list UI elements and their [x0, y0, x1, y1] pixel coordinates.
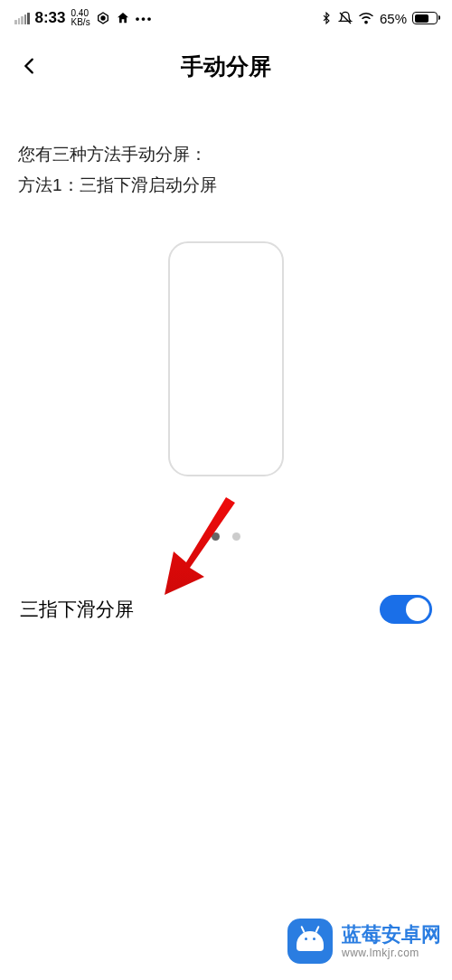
page-title: 手动分屏 [18, 52, 434, 81]
wifi-icon [358, 12, 374, 24]
net-speed-indicator: 0.40 KB/s [71, 9, 90, 27]
svg-point-3 [365, 21, 367, 23]
page-header: 手动分屏 [0, 34, 452, 98]
setting-label: 三指下滑分屏 [20, 597, 134, 622]
hex-icon [96, 11, 110, 25]
battery-icon [412, 12, 438, 24]
status-bar: 8:33 0.40 KB/s ••• 65% [0, 0, 452, 34]
back-button[interactable] [20, 56, 40, 76]
toggle-knob [406, 598, 429, 621]
status-right: 65% [320, 11, 438, 26]
bluetooth-icon [320, 12, 333, 24]
status-time: 8:33 [35, 9, 66, 27]
android-logo-icon [287, 919, 333, 964]
home-icon [116, 11, 130, 25]
signal-icon [14, 13, 30, 24]
watermark-text: 蓝莓安卓网 www.lmkjr.com [342, 923, 441, 960]
description-block: 您有三种方法手动分屏： 方法1：三指下滑启动分屏 [0, 98, 452, 200]
watermark-url: www.lmkjr.com [342, 947, 441, 959]
description-line2: 方法1：三指下滑启动分屏 [18, 172, 434, 199]
three-finger-toggle[interactable] [380, 595, 432, 624]
status-left: 8:33 0.40 KB/s ••• [14, 9, 153, 27]
watermark-badge: 蓝莓安卓网 www.lmkjr.com [287, 919, 441, 964]
pagination-dots[interactable] [0, 532, 452, 541]
net-speed-unit: KB/s [71, 18, 90, 27]
page-dot-2[interactable] [232, 532, 240, 541]
bell-off-icon [338, 11, 353, 25]
more-icon: ••• [136, 12, 154, 25]
svg-point-1 [101, 16, 105, 20]
page-dot-1[interactable] [212, 532, 220, 541]
svg-marker-4 [165, 497, 235, 595]
arrow-annotation-icon [165, 497, 255, 597]
phone-illustration [168, 241, 284, 476]
illustration-container [0, 241, 452, 476]
battery-percentage: 65% [380, 11, 407, 26]
setting-row-three-finger: 三指下滑分屏 [0, 595, 452, 624]
description-line1: 您有三种方法手动分屏： [18, 141, 434, 168]
watermark-title: 蓝莓安卓网 [342, 923, 441, 947]
